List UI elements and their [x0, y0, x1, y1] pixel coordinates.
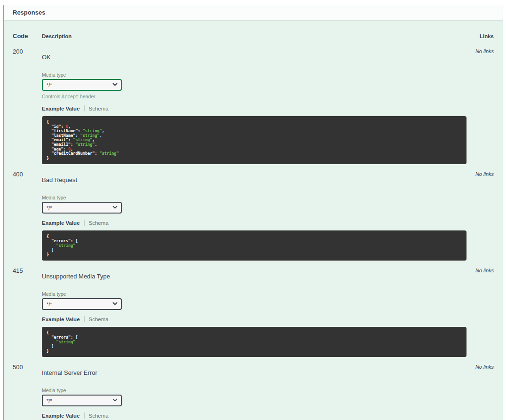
response-description: Unsupported Media Type	[42, 273, 466, 280]
media-type-label: Media type	[42, 72, 466, 78]
example-schema-tabs: Example Value Schema	[42, 412, 466, 419]
response-code: 200	[13, 48, 42, 164]
response-description: Bad Request	[42, 176, 466, 183]
response-links: No links	[466, 364, 494, 420]
controls-accept-suffix: header.	[79, 94, 96, 99]
tab-schema[interactable]: Schema	[89, 220, 109, 226]
response-description-cell: Bad Request Media type */* Example Value…	[42, 171, 466, 261]
example-json: { "errors": [ "string" ] }	[47, 331, 462, 353]
tab-example-value[interactable]: Example Value	[42, 317, 80, 322]
response-description: OK	[42, 54, 466, 61]
controls-accept-prefix: Controls	[42, 94, 62, 99]
responses-table-header: Code Description Links	[13, 28, 494, 44]
tab-divider	[84, 105, 85, 111]
tab-example-value[interactable]: Example Value	[42, 106, 80, 111]
response-code: 400	[13, 171, 42, 261]
response-row: 415 Unsupported Media Type Media type */…	[13, 263, 494, 357]
responses-section-header: Responses	[4, 5, 503, 20]
response-links: No links	[466, 267, 494, 357]
response-description-cell: OK Media type */* Controls Accept header…	[42, 48, 466, 164]
response-row: 500 Internal Server Error Media type */*…	[13, 360, 494, 420]
example-code-block: { "errors": [ "string" ] }	[42, 230, 466, 261]
media-type-label: Media type	[42, 388, 466, 393]
responses-table: Code Description Links 200 OK Media type…	[4, 20, 503, 420]
example-schema-tabs: Example Value Schema	[42, 220, 466, 226]
accept-header-code: Accept	[62, 94, 79, 99]
response-links: No links	[466, 48, 494, 164]
response-description-cell: Internal Server Error Media type */* Exa…	[42, 364, 466, 420]
column-header-code: Code	[13, 32, 42, 40]
tab-divider	[84, 220, 85, 226]
tab-example-value[interactable]: Example Value	[42, 220, 80, 226]
tab-example-value[interactable]: Example Value	[42, 413, 80, 419]
media-type-label: Media type	[42, 195, 466, 200]
media-type-block: Media type */*	[42, 195, 466, 214]
media-type-select[interactable]: */*	[42, 395, 122, 406]
media-type-select[interactable]: */*	[42, 298, 122, 310]
tab-divider	[84, 316, 85, 322]
example-json: { "id": 0, "firstName": "string", "lastN…	[47, 120, 462, 160]
tab-schema[interactable]: Schema	[89, 106, 109, 111]
example-schema-tabs: Example Value Schema	[42, 316, 466, 322]
tab-divider	[84, 412, 85, 419]
media-type-label: Media type	[42, 291, 466, 297]
responses-table-body: 200 OK Media type */* Controls Accept he…	[13, 44, 494, 420]
column-header-links: Links	[466, 32, 494, 40]
controls-accept-note: Controls Accept header.	[42, 94, 466, 99]
column-header-description: Description	[42, 32, 466, 40]
media-type-select-wrap: */*	[42, 395, 122, 406]
operation-block: Responses Code Description Links 200 OK …	[3, 5, 503, 420]
response-code: 500	[13, 364, 42, 420]
example-code-block: { "id": 0, "firstName": "string", "lastN…	[42, 116, 466, 164]
media-type-select-wrap: */*	[42, 79, 122, 91]
example-schema-tabs: Example Value Schema	[42, 105, 466, 111]
media-type-block: Media type */*	[42, 291, 466, 310]
media-type-select-wrap: */*	[42, 202, 122, 214]
media-type-select[interactable]: */*	[42, 202, 122, 214]
response-links: No links	[466, 171, 494, 261]
tab-schema[interactable]: Schema	[89, 413, 109, 419]
response-row: 200 OK Media type */* Controls Accept he…	[13, 44, 494, 164]
response-code: 415	[13, 267, 42, 357]
media-type-select[interactable]: */*	[42, 79, 122, 91]
example-json: { "errors": [ "string" ] }	[47, 234, 462, 257]
media-type-block: Media type */*	[42, 388, 466, 406]
media-type-block: Media type */* Controls Accept header.	[42, 72, 466, 99]
response-row: 400 Bad Request Media type */* Example V…	[13, 167, 494, 261]
response-description-cell: Unsupported Media Type Media type */* Ex…	[42, 267, 466, 357]
media-type-select-wrap: */*	[42, 298, 122, 310]
tab-schema[interactable]: Schema	[89, 317, 109, 322]
example-code-block: { "errors": [ "string" ] }	[42, 327, 466, 357]
responses-title: Responses	[13, 9, 494, 16]
response-description: Internal Server Error	[42, 369, 466, 376]
